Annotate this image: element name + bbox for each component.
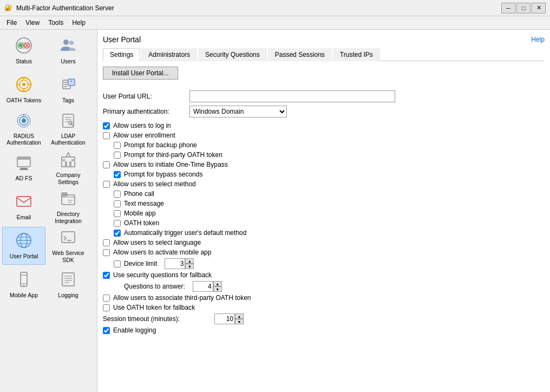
sidebar-item-radius[interactable]: RADIUS Authentication [2,110,45,148]
help-link[interactable]: Help [531,36,545,43]
tabs: Settings Administrators Security Questio… [103,48,545,61]
one-time-bypass-checkbox[interactable] [103,161,110,168]
tab-trusted-ips[interactable]: Trusted IPs [333,48,380,61]
select-language-checkbox[interactable] [103,239,110,246]
close-button[interactable]: ✕ [532,3,546,14]
session-timeout-increment[interactable]: ▲ [235,313,244,319]
questions-to-answer-input[interactable] [193,281,213,292]
url-label: User Portal URL: [103,93,189,100]
tab-passed-sessions[interactable]: Passed Sessions [268,48,332,61]
text-message-checkbox[interactable] [114,200,121,207]
oath-token-label[interactable]: OATH token [124,219,159,227]
menu-view[interactable]: View [21,17,44,28]
questions-increment[interactable]: ▲ [213,281,222,286]
activate-mobile-checkbox[interactable] [103,249,110,256]
sidebar-item-mobile[interactable]: Mobile App [2,266,45,304]
mobile-app-checkbox[interactable] [114,210,121,217]
third-party-oath-checkbox[interactable] [114,152,121,159]
sidebar-item-ldap[interactable]: LDAP Authentication [47,110,90,148]
checkbox-select-language: Allow users to select language [103,239,545,246]
sidebar-item-oath-tokens[interactable]: OATH Tokens [2,71,45,109]
menu-tools[interactable]: Tools [44,17,68,28]
sidebar-item-logging[interactable]: Logging [47,266,90,304]
sidebar-item-directory[interactable]: Directory Integration [47,188,90,226]
sidebar-item-email[interactable]: Email [2,188,45,226]
oath-token-checkbox[interactable] [114,220,121,227]
device-limit-spinner-buttons: ▲ ▼ [185,258,194,269]
svg-rect-30 [62,157,75,167]
tab-administrators[interactable]: Administrators [141,48,197,61]
user-portal-icon [15,232,32,252]
select-method-label[interactable]: Allow users to select method [113,180,196,188]
third-party-oath-assoc-checkbox[interactable] [103,295,110,302]
device-limit-increment[interactable]: ▲ [185,258,194,264]
sidebar-label-radius: RADIUS Authentication [4,133,44,146]
svg-point-20 [22,119,26,123]
allow-login-label[interactable]: Allow users to log in [113,122,171,129]
sidebar-item-web-sdk[interactable]: Web Service SDK [47,227,90,265]
select-language-label[interactable]: Allow users to select language [113,239,201,246]
session-timeout-input[interactable] [214,313,235,324]
settings-content: Install User Portal... User Portal URL: … [103,67,545,334]
maximize-button[interactable]: □ [516,3,531,14]
auto-trigger-label[interactable]: Automatically trigger user's default met… [124,229,246,237]
sidebar-label-users: Users [61,58,75,65]
sidebar-item-company[interactable]: Company Settings [47,149,90,187]
security-questions-label[interactable]: Use security questions for fallback [113,271,212,279]
backup-phone-checkbox[interactable] [114,142,121,149]
sidebar-label-ldap: LDAP Authentication [48,133,88,146]
sidebar: Status Users [0,30,97,392]
allow-enrollment-checkbox[interactable] [103,132,110,139]
bypass-seconds-label[interactable]: Prompt for bypass seconds [124,171,202,178]
menu-help[interactable]: Help [68,17,90,28]
primary-auth-row: Primary authentication: Windows Domain R… [103,106,545,117]
svg-rect-32 [69,161,71,167]
sidebar-item-status[interactable]: Status [2,32,45,70]
svg-rect-49 [62,273,74,286]
svg-point-12 [22,83,25,86]
sidebar-label-company: Company Settings [48,172,88,185]
menu-file[interactable]: File [2,17,21,28]
auto-trigger-checkbox[interactable] [114,230,121,237]
device-limit-label[interactable]: Device limit [124,260,157,267]
third-party-oath-label[interactable]: Prompt for third-party OATH token [124,151,222,159]
sidebar-item-adfs[interactable]: AD FS [2,149,45,187]
device-limit-input[interactable] [165,258,185,269]
oath-fallback-checkbox[interactable] [103,304,110,311]
activate-mobile-label[interactable]: Allow users to activate mobile app [113,249,211,256]
select-method-checkbox[interactable] [103,181,110,188]
allow-login-checkbox[interactable] [103,122,110,129]
device-limit-checkbox[interactable] [114,260,121,267]
install-user-portal-button[interactable]: Install User Portal... [103,67,178,80]
page-header: User Portal Help [103,35,545,44]
enable-logging-label[interactable]: Enable logging [113,326,156,334]
oath-fallback-label[interactable]: Use OATH token for fallback [113,304,195,311]
svg-rect-18 [68,79,75,86]
sidebar-item-users[interactable]: Users [47,32,90,70]
allow-enrollment-label[interactable]: Allow user enrollment [113,132,175,139]
tab-security-questions[interactable]: Security Questions [198,48,267,61]
text-message-label[interactable]: Text message [124,200,164,207]
mobile-app-label[interactable]: Mobile app [124,210,156,217]
session-timeout-row: Session timeout (minutes): ▲ ▼ [103,313,545,324]
minimize-button[interactable]: ─ [501,3,515,14]
security-questions-checkbox[interactable] [103,272,110,279]
device-limit-decrement[interactable]: ▼ [185,264,194,269]
svg-rect-36 [62,195,75,205]
phone-call-label[interactable]: Phone call [124,190,154,198]
sidebar-item-tags[interactable]: Tags [47,71,90,109]
one-time-bypass-label[interactable]: Allow users to initiate One-Time Bypass [113,161,228,168]
session-timeout-decrement[interactable]: ▼ [235,319,244,324]
backup-phone-label[interactable]: Prompt for backup phone [124,141,197,149]
third-party-oath-assoc-label[interactable]: Allow users to associate third-party OAT… [113,294,251,302]
bypass-seconds-checkbox[interactable] [114,171,121,178]
enable-logging-checkbox[interactable] [103,327,110,334]
questions-decrement[interactable]: ▼ [213,286,222,292]
phone-call-checkbox[interactable] [114,191,121,198]
mobile-icon [15,271,32,291]
svg-rect-33 [63,159,65,161]
primary-auth-select[interactable]: Windows Domain RADIUS LDAP [189,106,287,117]
sidebar-item-user-portal[interactable]: User Portal [2,227,45,265]
url-input[interactable] [189,90,395,102]
tab-settings[interactable]: Settings [103,48,140,61]
